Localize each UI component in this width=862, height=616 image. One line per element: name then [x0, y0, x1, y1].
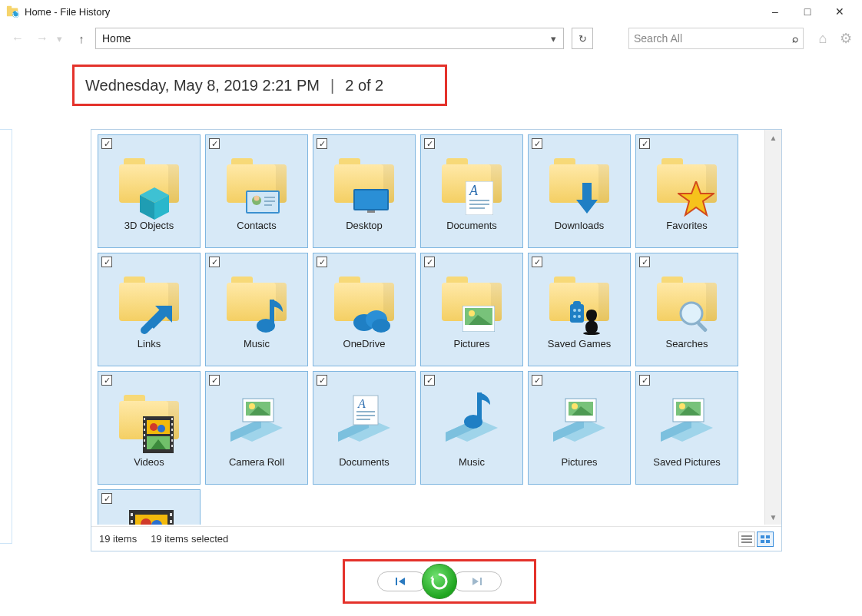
svg-rect-53 — [144, 445, 145, 447]
search-placeholder: Search All — [634, 32, 682, 45]
status-bar: 19 items 19 items selected — [91, 526, 781, 551]
address-dropdown[interactable]: ▾ — [543, 28, 563, 48]
documents-icon: A — [330, 384, 398, 452]
folder-item[interactable]: ✓ Saved Games — [528, 253, 631, 366]
maximize-button[interactable]: □ — [791, 1, 824, 22]
restore-button[interactable] — [422, 564, 457, 599]
selected-count: 19 items selected — [151, 533, 228, 545]
svg-rect-107 — [741, 538, 752, 540]
checkbox[interactable]: ✓ — [317, 138, 327, 149]
prev-snapshot-sliver[interactable] — [0, 129, 12, 544]
folder-item[interactable]: ✓ Music — [205, 253, 308, 366]
refresh-button[interactable]: ↻ — [572, 28, 593, 49]
search-input[interactable]: Search All ⌕ — [628, 28, 804, 49]
folder-item[interactable]: ✓ Desktop — [313, 134, 416, 248]
folder-item[interactable]: ✓ A Documents — [420, 134, 523, 248]
checkbox[interactable]: ✓ — [639, 257, 650, 267]
checkbox[interactable]: ✓ — [532, 257, 542, 267]
settings-icon[interactable]: ⚙ — [837, 30, 854, 47]
checkbox[interactable]: ✓ — [424, 138, 435, 149]
checkbox[interactable]: ✓ — [209, 257, 220, 267]
up-button[interactable]: ↑ — [72, 32, 91, 45]
checkbox[interactable]: ✓ — [639, 138, 650, 149]
back-button[interactable]: ← — [8, 28, 28, 48]
svg-rect-106 — [741, 535, 752, 537]
documents-icon: A — [438, 147, 506, 215]
folder-item[interactable]: ✓ Contacts — [205, 134, 308, 248]
svg-rect-58 — [171, 439, 173, 442]
folder-item[interactable]: ✓ OneDrive — [313, 253, 416, 366]
svg-rect-113 — [396, 578, 397, 585]
svg-point-45 — [157, 425, 165, 432]
folder-item[interactable]: ✓ A Documents — [313, 371, 416, 485]
folder-item[interactable]: ✓ Favorites — [635, 134, 738, 248]
svg-rect-55 — [171, 423, 173, 426]
item-label: Saved Pictures — [636, 456, 738, 468]
checkbox[interactable]: ✓ — [317, 257, 327, 267]
checkbox[interactable]: ✓ — [101, 493, 112, 504]
svg-rect-100 — [170, 513, 172, 516]
window-title: Home - File History — [25, 6, 110, 18]
svg-rect-10 — [264, 197, 275, 198]
checkbox[interactable]: ✓ — [209, 375, 220, 386]
svg-point-31 — [469, 310, 475, 316]
scrollbar[interactable]: ▲ ▼ — [764, 130, 781, 525]
view-details-button[interactable] — [738, 532, 755, 547]
restore-controls — [343, 559, 536, 604]
checkbox[interactable]: ✓ — [424, 375, 435, 386]
video-file-icon — [115, 502, 183, 525]
folder-item[interactable]: ✓ 3D Objects — [98, 134, 201, 248]
item-label: Pictures — [421, 338, 522, 349]
svg-rect-48 — [144, 418, 145, 420]
scroll-down[interactable]: ▼ — [765, 509, 781, 525]
folder-item[interactable]: ✓ Downloads — [528, 134, 631, 248]
folder-item[interactable]: ✓ Links — [98, 253, 201, 366]
svg-rect-15 — [367, 210, 375, 213]
svg-rect-51 — [144, 434, 145, 436]
checkbox[interactable]: ✓ — [532, 375, 542, 386]
checkbox[interactable]: ✓ — [639, 375, 650, 386]
folder-item[interactable]: ✓ Camera Roll — [205, 371, 308, 485]
item-label: Videos — [98, 456, 200, 468]
home-icon[interactable]: ⌂ — [814, 30, 831, 47]
search-icon: ⌕ — [792, 32, 798, 45]
checkbox[interactable]: ✓ — [317, 375, 327, 386]
svg-marker-24 — [148, 306, 172, 329]
window-controls: – □ ✕ — [759, 1, 856, 22]
svg-rect-101 — [170, 520, 172, 523]
previous-version-button[interactable] — [377, 571, 426, 591]
folder-item[interactable]: ✓ Videos — [98, 371, 201, 485]
minimize-button[interactable]: – — [759, 1, 791, 22]
svg-rect-21 — [582, 183, 592, 200]
checkbox[interactable]: ✓ — [532, 138, 542, 149]
folder-item[interactable]: ✓ Pictures — [420, 253, 523, 366]
checkbox[interactable]: ✓ — [101, 375, 112, 386]
svg-rect-94 — [131, 513, 133, 516]
next-version-button[interactable] — [453, 571, 502, 591]
svg-point-44 — [150, 423, 157, 431]
checkbox[interactable]: ✓ — [101, 138, 112, 149]
folder-item[interactable]: ✓ — [98, 489, 201, 525]
pictures-icon — [438, 266, 506, 333]
item-label: Searches — [636, 338, 738, 349]
view-icons-button[interactable] — [757, 532, 774, 547]
item-label: Favorites — [636, 220, 738, 231]
folder-item[interactable]: ✓ Saved Pictures — [635, 371, 738, 485]
close-button[interactable]: ✕ — [824, 1, 856, 22]
forward-button[interactable]: → — [32, 28, 52, 48]
folder-item[interactable]: ✓ Music — [420, 371, 523, 485]
folder-item[interactable]: ✓ Pictures — [528, 371, 631, 485]
svg-rect-71 — [356, 415, 375, 416]
folder-item[interactable]: ✓ Searches — [635, 253, 738, 366]
checkbox[interactable]: ✓ — [424, 257, 435, 267]
address-bar[interactable]: Home ▾ — [95, 28, 564, 49]
checkbox[interactable]: ✓ — [209, 138, 220, 149]
snapshot-position: 2 of 2 — [345, 77, 383, 94]
scroll-up[interactable]: ▲ — [765, 130, 781, 145]
address-text[interactable]: Home — [96, 28, 543, 48]
item-label: Saved Games — [529, 338, 630, 349]
checkbox[interactable]: ✓ — [101, 257, 112, 267]
svg-rect-114 — [480, 578, 482, 585]
title-bar: Home - File History – □ ✕ — [0, 0, 862, 23]
item-label: Camera Roll — [206, 456, 307, 468]
